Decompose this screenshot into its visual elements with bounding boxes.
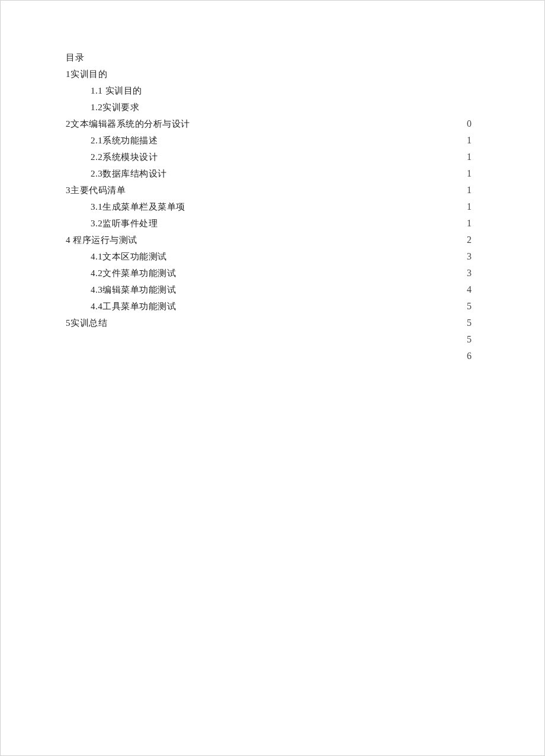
document-page: 目录1实训目的1.1 实训目的1.2实训要求2文本编辑器系统的分析与设计2.1系… [0,0,545,756]
toc-entry: 1.2实训要求 [91,99,480,116]
toc-entry: 4.2文件菜单功能测试 [91,265,480,281]
page-number: 5 [460,331,478,348]
page-number-column: 011111123345556 [460,116,478,364]
toc-leader-dots [167,251,480,260]
toc-entry: 2.3数据库结构设计 [91,165,480,182]
toc-leader-dots [84,52,480,60]
toc-entry: 2.1系统功能描述 [91,132,480,149]
toc-entry: 2.2系统模块设计 [91,149,480,165]
toc-entry: 4 程序运行与测试 [66,232,480,248]
toc-leader-dots [190,118,481,127]
page-number: 2 [460,232,478,248]
toc-label: 3主要代码清单 [66,182,126,198]
toc-leader-dots [158,134,480,143]
toc-label: 3.2监听事件处理 [91,215,158,232]
page-number: 1 [460,182,478,198]
toc-entry: 4.1文本区功能测试 [91,248,480,265]
toc-entry: 3.1生成菜单栏及菜单项 [91,198,480,215]
toc-leader-dots [137,234,480,243]
toc-label: 2文本编辑器系统的分析与设计 [66,116,190,132]
toc-leader-dots [139,101,480,110]
toc-label: 2.2系统模块设计 [91,149,158,165]
toc-leader-dots [176,267,480,276]
toc-leader-dots [185,201,480,210]
toc-label: 2.1系统功能描述 [91,132,158,149]
toc-entry: 3主要代码清单 [66,182,480,198]
toc-container: 目录1实训目的1.1 实训目的1.2实训要求2文本编辑器系统的分析与设计2.1系… [66,49,480,331]
toc-entry: 1.1 实训目的 [91,82,480,99]
toc-entry: 5实训总结 [66,315,480,331]
toc-entry: 4.3编辑菜单功能测试 [91,281,480,298]
page-number: 3 [460,265,478,281]
toc-entry: 2文本编辑器系统的分析与设计 [66,116,480,132]
toc-label: 4.3编辑菜单功能测试 [91,281,176,298]
toc-leader-dots [176,284,480,293]
toc-entry: 4.4工具菜单功能测试 [91,298,480,315]
toc-label: 1.1 实训目的 [91,82,142,99]
toc-label: 3.1生成菜单栏及菜单项 [91,198,185,215]
page-number: 3 [460,248,478,265]
page-number: 1 [460,165,478,182]
toc-leader-dots [176,300,480,309]
toc-leader-dots [107,68,480,77]
page-number: 5 [460,298,478,315]
page-number: 1 [460,149,478,165]
toc-label: 4.2文件菜单功能测试 [91,265,176,281]
page-number: 1 [460,198,478,215]
toc-leader-dots [158,217,480,226]
toc-label: 1实训目的 [66,66,107,82]
toc-label: 5实训总结 [66,315,107,331]
toc-label: 4.1文本区功能测试 [91,248,167,265]
toc-entry: 目录 [66,49,480,66]
toc-label: 1.2实训要求 [91,99,139,116]
toc-leader-dots [107,317,480,326]
page-number: 5 [460,315,478,331]
toc-label: 4 程序运行与测试 [66,232,137,248]
toc-label: 目录 [66,49,84,66]
toc-entry: 1实训目的 [66,66,480,82]
toc-entry: 3.2监听事件处理 [91,215,480,232]
toc-leader-dots [126,184,480,193]
page-number: 4 [460,281,478,298]
page-number: 1 [460,215,478,232]
toc-leader-dots [142,85,481,94]
toc-leader-dots [158,151,480,160]
toc-label: 2.3数据库结构设计 [91,165,167,182]
page-number: 1 [460,132,478,149]
toc-leader-dots [167,168,480,177]
toc-label: 4.4工具菜单功能测试 [91,298,176,315]
page-number: 6 [460,348,478,364]
page-number: 0 [460,116,478,132]
